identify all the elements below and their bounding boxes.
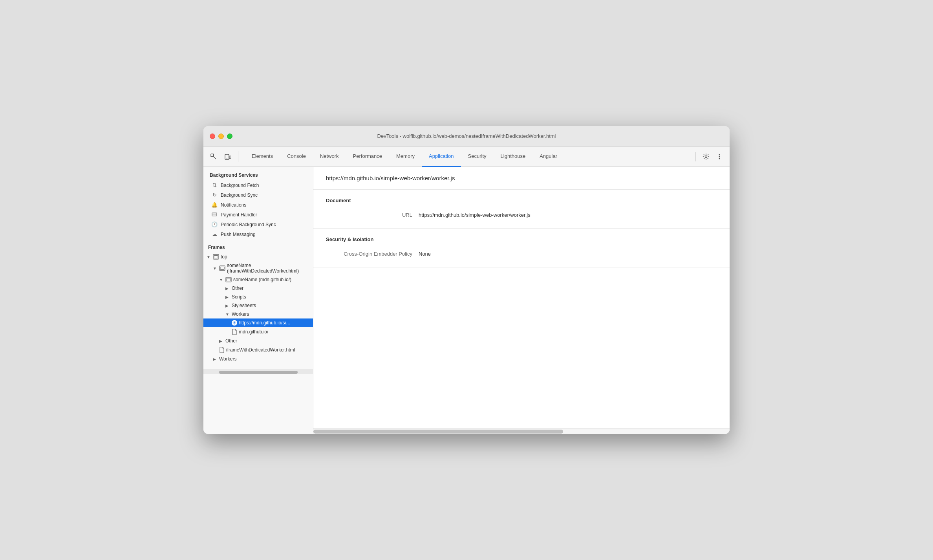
tree-item-other-1[interactable]: ▶ Other (203, 284, 313, 293)
svg-rect-12 (220, 267, 224, 270)
toolbar-icon-group (208, 151, 238, 162)
frames-title: Frames (203, 239, 313, 253)
tree-label-other-1: Other (232, 285, 243, 291)
main-scrollbar[interactable] (313, 428, 730, 434)
coep-row: Cross-Origin Embedder Policy None (326, 249, 717, 259)
tree-item-someName-mdn[interactable]: ▼ someName (mdn.github.io/) (203, 275, 313, 284)
url-row: URL https://mdn.github.io/simple-web-wor… (326, 210, 717, 220)
tree-label-workers: Workers (232, 311, 249, 317)
expand-arrow-someName-mdn: ▼ (219, 278, 224, 282)
tree-label-worker-url: https://mdn.github.io/simple-web-worker (239, 320, 294, 326)
svg-rect-2 (229, 156, 231, 159)
sidebar-scrollbar[interactable] (203, 370, 313, 374)
device-toggle-button[interactable] (222, 151, 233, 162)
tree-item-top[interactable]: ▼ top (203, 253, 313, 261)
file-icon-mdn (232, 329, 237, 335)
tree-label-someName-iframe: someName (iframeWithDedicatedWorker.html… (227, 263, 310, 274)
tab-application[interactable]: Application (422, 146, 461, 167)
background-sync-icon: ↻ (211, 192, 218, 198)
expand-arrow-someName-iframe: ▼ (213, 266, 218, 271)
svg-rect-14 (227, 278, 231, 281)
periodic-sync-icon: 🕐 (211, 221, 218, 227)
toolbar-actions (693, 151, 725, 162)
tree-label-scripts: Scripts (232, 294, 246, 300)
svg-point-5 (719, 154, 720, 155)
tree-item-iframe-file[interactable]: iframeWithDedicatedWorker.html (203, 345, 313, 355)
tree-label-someName-mdn: someName (mdn.github.io/) (233, 277, 291, 282)
expand-arrow-stylesheets: ▶ (225, 304, 230, 308)
main-spacer (313, 267, 730, 428)
tab-network[interactable]: Network (313, 146, 346, 167)
devtools-window: DevTools - wolfib.github.io/web-demos/ne… (203, 126, 730, 434)
tree-item-someName-iframe[interactable]: ▼ someName (iframeWithDedicatedWorker.ht… (203, 261, 313, 275)
tab-bar: Elements Console Network Performance Mem… (245, 146, 692, 167)
tab-elements[interactable]: Elements (245, 146, 280, 167)
tree-item-workers[interactable]: ▼ Workers (203, 310, 313, 318)
tree-label-iframe-file: iframeWithDedicatedWorker.html (226, 347, 295, 353)
svg-point-3 (227, 158, 227, 159)
tree-label-other-2: Other (225, 338, 237, 344)
frame-icon-someName-mdn (225, 277, 232, 282)
tab-memory[interactable]: Memory (389, 146, 422, 167)
tree-item-other-2[interactable]: ▶ Other (203, 337, 313, 345)
sidebar-item-notifications[interactable]: 🔔 Notifications (203, 200, 313, 210)
inspect-element-button[interactable] (208, 151, 219, 162)
sidebar-item-background-fetch[interactable]: ⇅ Background Fetch (203, 180, 313, 190)
window-title: DevTools - wolfib.github.io/web-demos/ne… (377, 133, 556, 139)
tab-console[interactable]: Console (280, 146, 313, 167)
close-button[interactable] (210, 134, 215, 139)
maximize-button[interactable] (227, 134, 232, 139)
svg-rect-0 (211, 154, 214, 157)
tree-item-scripts[interactable]: ▶ Scripts (203, 293, 313, 301)
traffic-lights (210, 134, 232, 139)
expand-arrow-workers: ▼ (225, 312, 230, 317)
expand-arrow-other-1: ▶ (225, 286, 230, 291)
security-section-title: Security & Isolation (326, 236, 717, 242)
svg-rect-10 (214, 256, 218, 258)
tab-lighthouse[interactable]: Lighthouse (494, 146, 533, 167)
svg-point-4 (705, 156, 707, 157)
file-icon-iframe (219, 347, 225, 353)
svg-point-6 (719, 156, 720, 157)
tree-label-workers-2: Workers (219, 356, 236, 362)
main-content: https://mdn.github.io/simple-web-worker/… (313, 167, 730, 434)
expand-arrow-scripts: ▶ (225, 295, 230, 299)
sidebar-spacer (203, 363, 313, 370)
expand-arrow-other-2: ▶ (219, 339, 224, 343)
background-fetch-icon: ⇅ (211, 182, 218, 188)
detail-url: https://mdn.github.io/simple-web-worker/… (313, 167, 730, 190)
document-section: Document URL https://mdn.github.io/simpl… (313, 190, 730, 229)
minimize-button[interactable] (218, 134, 224, 139)
expand-arrow-workers-2: ▶ (213, 357, 218, 361)
tab-angular[interactable]: Angular (532, 146, 564, 167)
main-scrollbar-thumb[interactable] (313, 430, 563, 434)
url-value: https://mdn.github.io/simple-web-worker/… (419, 212, 531, 218)
expand-arrow-top: ▼ (207, 255, 211, 259)
svg-point-15 (234, 322, 235, 324)
notifications-icon: 🔔 (211, 202, 218, 208)
coep-label: Cross-Origin Embedder Policy (326, 251, 412, 257)
toolbar-divider (695, 152, 696, 161)
tab-security[interactable]: Security (461, 146, 494, 167)
tree-label-top: top (221, 254, 227, 260)
sidebar-item-periodic-background-sync[interactable]: 🕐 Periodic Background Sync (203, 220, 313, 229)
document-section-title: Document (326, 198, 717, 203)
sidebar-item-push-messaging[interactable]: ☁ Push Messaging (203, 229, 313, 239)
more-button[interactable] (714, 151, 725, 162)
security-section: Security & Isolation Cross-Origin Embedd… (313, 229, 730, 267)
sidebar-item-payment-handler[interactable]: Payment Handler (203, 210, 313, 220)
tree-item-stylesheets[interactable]: ▶ Stylesheets (203, 301, 313, 310)
tree-item-worker-url[interactable]: https://mdn.github.io/simple-web-worker (203, 318, 313, 327)
frame-icon-top (213, 254, 219, 260)
sidebar-item-background-sync[interactable]: ↻ Background Sync (203, 190, 313, 200)
frame-icon-someName-iframe (219, 265, 225, 271)
tree-item-mdn-file[interactable]: mdn.github.io/ (203, 327, 313, 337)
sidebar-scrollbar-thumb[interactable] (219, 371, 298, 374)
svg-point-7 (719, 158, 720, 159)
coep-value: None (419, 251, 431, 257)
settings-button[interactable] (701, 151, 712, 162)
svg-rect-8 (212, 213, 217, 216)
tree-label-mdn-file: mdn.github.io/ (239, 329, 268, 335)
tree-item-workers-2[interactable]: ▶ Workers (203, 355, 313, 363)
tab-performance[interactable]: Performance (346, 146, 389, 167)
